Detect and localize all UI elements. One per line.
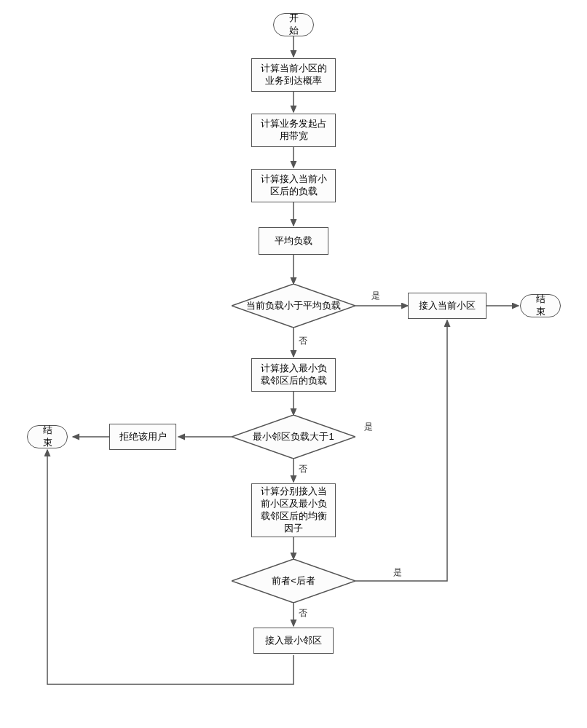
- calc-arrival-prob-label: 计算当前小区的业务到达概率: [259, 63, 328, 87]
- edge-yes-2: 是: [364, 421, 373, 433]
- process-calc-arrival-prob: 计算当前小区的业务到达概率: [251, 58, 336, 92]
- terminator-end-2: 结束: [27, 425, 68, 448]
- process-avg-load: 平均负载: [259, 227, 328, 255]
- process-access-min-neighbor: 接入最小邻区: [253, 628, 334, 654]
- reject-user-label: 拒绝该用户: [119, 431, 167, 443]
- process-access-current: 接入当前小区: [408, 293, 486, 319]
- process-calc-load-after-access: 计算接入当前小区后的负载: [251, 169, 336, 202]
- process-reject-user: 拒绝该用户: [109, 424, 176, 450]
- start-label: 开始: [287, 12, 300, 37]
- calc-balance-factor-label: 计算分别接入当前小区及最小负载邻区后的均衡因子: [259, 486, 328, 535]
- decision-avg-load: 当前负载小于平均负载: [232, 284, 355, 328]
- terminator-start: 开始: [273, 13, 314, 36]
- edge-no-1: 否: [299, 335, 307, 347]
- access-min-neighbor-label: 接入最小邻区: [265, 635, 322, 647]
- terminator-end-1: 结束: [520, 294, 561, 317]
- process-calc-balance-factor: 计算分别接入当前小区及最小负载邻区后的均衡因子: [251, 483, 336, 537]
- edge-no-2: 否: [299, 463, 307, 475]
- calc-bandwidth-label: 计算业务发起占用带宽: [259, 118, 328, 143]
- avg-load-label: 平均负载: [275, 235, 312, 248]
- edge-yes-3: 是: [393, 566, 402, 579]
- decision-compare: 前者<后者: [232, 559, 355, 603]
- edge-yes-1: 是: [371, 290, 380, 302]
- edge-no-3: 否: [299, 607, 307, 620]
- calc-min-neighbor-load-label: 计算接入最小负载邻区后的负载: [259, 363, 328, 387]
- end2-label: 结束: [41, 424, 54, 449]
- decision-compare-label: 前者<后者: [232, 559, 355, 603]
- calc-load-after-access-label: 计算接入当前小区后的负载: [259, 173, 328, 198]
- access-current-label: 接入当前小区: [419, 300, 476, 312]
- decision-avg-label: 当前负载小于平均负载: [232, 284, 355, 328]
- decision-min-neighbor-full: 最小邻区负载大于1: [232, 415, 355, 459]
- decision-min-neighbor-label: 最小邻区负载大于1: [232, 415, 355, 459]
- process-calc-min-neighbor-load: 计算接入最小负载邻区后的负载: [251, 358, 336, 392]
- process-calc-bandwidth: 计算业务发起占用带宽: [251, 114, 336, 147]
- end1-label: 结束: [534, 293, 547, 318]
